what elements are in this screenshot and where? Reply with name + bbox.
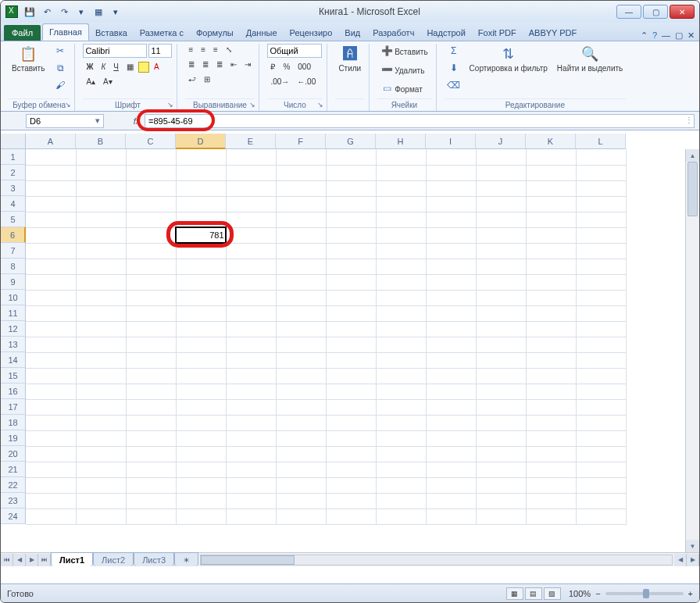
cell-E17[interactable] [226,399,276,415]
cell-C23[interactable] [126,493,176,508]
alignment-launcher-icon[interactable]: ↘ [249,101,255,109]
cell-G9[interactable] [326,274,376,290]
cell-E1[interactable] [226,149,276,165]
cell-G4[interactable] [326,196,376,212]
clear-button[interactable]: ⌫ [445,78,463,94]
sheet-tab-3[interactable]: Лист3 [134,552,174,566]
sheet-nav-next-icon[interactable]: ▶ [26,554,38,566]
row-header-2[interactable]: 2 [1,165,26,180]
row-header-23[interactable]: 23 [1,493,26,508]
cell-J20[interactable] [476,446,526,462]
cell-L10[interactable] [576,290,626,305]
cell-J14[interactable] [476,352,526,368]
cell-E20[interactable] [226,446,276,462]
cell-E13[interactable] [226,337,276,352]
tab-pagelayout[interactable]: Разметка с [134,25,190,41]
cell-B3[interactable] [76,180,126,196]
cell-B20[interactable] [76,446,126,462]
cell-L9[interactable] [576,274,626,290]
cell-A4[interactable] [26,196,76,212]
zoom-thumb[interactable] [643,589,649,598]
minimize-button[interactable]: — [616,5,641,19]
hscroll-thumb[interactable] [201,555,295,565]
cell-K24[interactable] [526,508,576,524]
cell-L17[interactable] [576,399,626,415]
cell-J12[interactable] [476,321,526,337]
tab-home[interactable]: Главная [42,23,89,41]
cell-F12[interactable] [276,321,326,337]
cell-C14[interactable] [126,352,176,368]
cell-F15[interactable] [276,368,326,384]
close-button[interactable]: ✕ [670,5,695,19]
cell-F23[interactable] [276,493,326,508]
cell-G19[interactable] [326,430,376,446]
doc-close-icon[interactable]: ✕ [688,30,695,41]
column-header-J[interactable]: J [476,134,526,149]
qat-extra2-icon[interactable]: ▾ [109,5,123,19]
cell-H23[interactable] [376,493,426,508]
cell-C20[interactable] [126,446,176,462]
fontcolor-button[interactable]: A [151,61,162,73]
percent-button[interactable]: % [280,61,293,73]
cell-G8[interactable] [326,259,376,274]
cell-J22[interactable] [476,477,526,493]
horizontal-scrollbar[interactable] [200,555,673,566]
expand-formula-icon[interactable]: ⋮ [685,116,693,124]
cell-I20[interactable] [426,446,476,462]
cell-A5[interactable] [26,212,76,227]
column-header-I[interactable]: I [426,134,476,149]
cell-A21[interactable] [26,462,76,477]
row-header-20[interactable]: 20 [1,446,26,462]
cell-E12[interactable] [226,321,276,337]
cell-J17[interactable] [476,399,526,415]
cell-D15[interactable] [176,368,226,384]
cell-E21[interactable] [226,462,276,477]
cell-H22[interactable] [376,477,426,493]
cell-L22[interactable] [576,477,626,493]
cell-L23[interactable] [576,493,626,508]
cell-I5[interactable] [426,212,476,227]
row-header-24[interactable]: 24 [1,508,26,524]
italic-button[interactable]: К [98,61,109,73]
cell-G24[interactable] [326,508,376,524]
cell-D11[interactable] [176,305,226,321]
cell-K21[interactable] [526,462,576,477]
cell-K15[interactable] [526,368,576,384]
cell-E18[interactable] [226,415,276,430]
cell-G1[interactable] [326,149,376,165]
row-header-14[interactable]: 14 [1,352,26,368]
fillcolor-button[interactable] [138,62,149,73]
cell-B16[interactable] [76,384,126,399]
cell-A1[interactable] [26,149,76,165]
save-icon[interactable]: 💾 [23,5,37,19]
cell-B18[interactable] [76,415,126,430]
cell-G17[interactable] [326,399,376,415]
cell-K3[interactable] [526,180,576,196]
cell-B19[interactable] [76,430,126,446]
cell-I11[interactable] [426,305,476,321]
cell-F3[interactable] [276,180,326,196]
align-top-button[interactable]: ≡ [185,44,196,55]
cell-G2[interactable] [326,165,376,180]
cell-D20[interactable] [176,446,226,462]
cell-J3[interactable] [476,180,526,196]
cell-H11[interactable] [376,305,426,321]
cell-D24[interactable] [176,508,226,524]
cell-I4[interactable] [426,196,476,212]
decrease-decimal-button[interactable]: ←.00 [294,76,319,87]
tab-insert[interactable]: Вставка [89,25,134,41]
cell-A18[interactable] [26,415,76,430]
cell-K16[interactable] [526,384,576,399]
cell-D8[interactable] [176,259,226,274]
cell-D13[interactable] [176,337,226,352]
cell-I10[interactable] [426,290,476,305]
cell-G16[interactable] [326,384,376,399]
sheet-tab-1[interactable]: Лист1 [51,552,93,566]
sheet-nav-first-icon[interactable]: ⏮ [1,554,13,566]
cell-H2[interactable] [376,165,426,180]
cell-L16[interactable] [576,384,626,399]
cell-I13[interactable] [426,337,476,352]
cell-A10[interactable] [26,290,76,305]
cell-F22[interactable] [276,477,326,493]
cell-K20[interactable] [526,446,576,462]
